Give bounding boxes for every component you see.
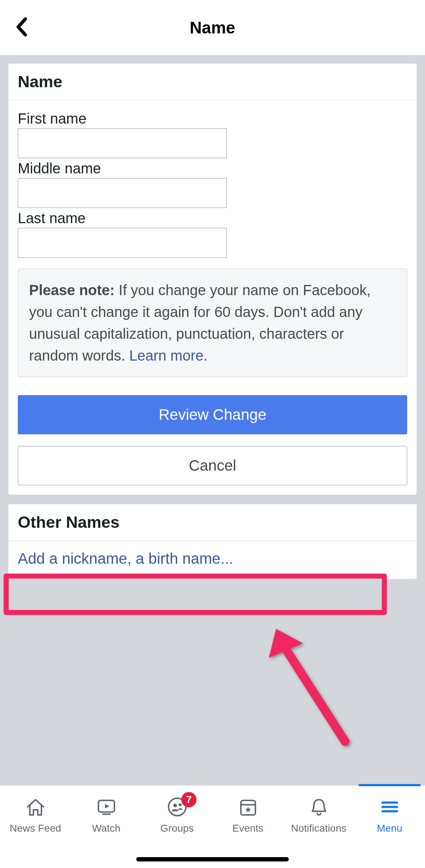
annotation-arrow [265,625,360,749]
learn-more-link[interactable]: Learn more [129,347,204,363]
tab-news-feed-label: News Feed [10,823,61,834]
tab-groups-label: Groups [161,823,194,834]
other-names-title: Other Names [18,513,407,532]
first-name-label: First name [18,110,407,127]
header-bar: Name [0,0,425,55]
calendar-icon [237,796,259,818]
middle-name-input[interactable] [18,178,227,208]
home-indicator [136,857,289,861]
back-button[interactable] [15,17,29,38]
tv-icon [96,796,117,818]
note-box: Please note: If you change your name on … [18,269,407,377]
tab-watch-label: Watch [92,823,120,834]
tab-menu[interactable]: Menu [354,785,425,868]
name-card-body: First name Middle name Last name Please … [8,100,417,495]
other-names-header: Other Names [8,504,417,541]
page-title: Name [190,18,235,37]
last-name-label: Last name [18,210,407,226]
cancel-button[interactable]: Cancel [18,446,407,485]
tab-groups[interactable]: 7 Groups [142,785,212,868]
last-name-input[interactable] [18,228,227,258]
middle-name-label: Middle name [18,160,407,177]
content-area: Name First name Middle name Last name Pl… [0,55,425,596]
add-other-name-link[interactable]: Add a nickname, a birth name... [8,541,417,579]
svg-point-3 [173,804,177,807]
bell-icon [308,796,330,818]
tab-news-feed[interactable]: News Feed [0,785,71,868]
tab-watch[interactable]: Watch [71,785,142,868]
tab-bar: News Feed Watch 7 Groups Events Notifica… [0,785,425,868]
groups-badge: 7 [181,792,197,807]
tab-notifications[interactable]: Notifications [283,785,354,868]
svg-point-4 [179,803,182,806]
tab-events[interactable]: Events [212,785,283,868]
chevron-left-icon [15,17,29,36]
note-strong: Please note: [29,282,115,298]
name-card-title: Name [18,72,407,91]
tab-menu-label: Menu [377,823,402,834]
menu-icon [379,796,401,818]
tab-events-label: Events [232,823,264,834]
other-names-card: Other Names Add a nickname, a birth name… [8,504,417,579]
first-name-input[interactable] [18,128,227,158]
name-card: Name First name Middle name Last name Pl… [8,63,417,495]
review-change-button[interactable]: Review Change [18,395,407,434]
name-card-header: Name [8,64,417,100]
note-period: . [203,347,207,363]
house-icon [25,796,46,818]
tab-notifications-label: Notifications [291,823,347,834]
